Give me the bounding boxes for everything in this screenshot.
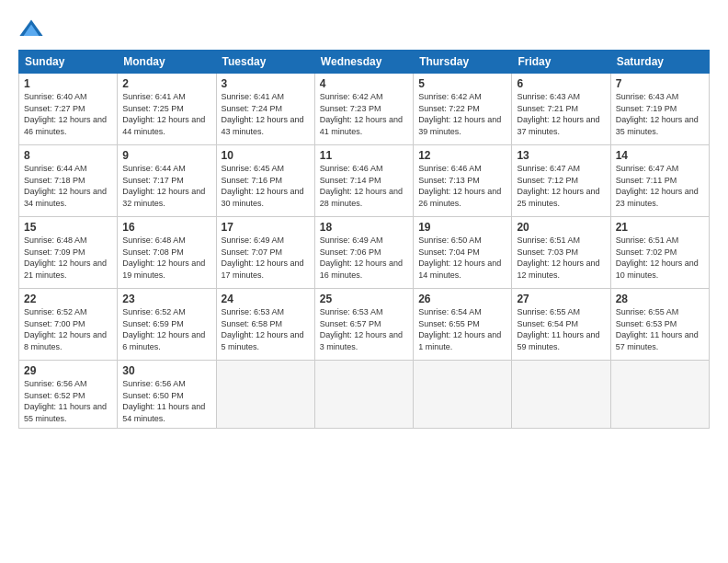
calendar-cell: 15Sunrise: 6:48 AMSunset: 7:09 PMDayligh…: [19, 217, 118, 289]
day-info: Sunrise: 6:43 AMSunset: 7:21 PMDaylight:…: [517, 91, 605, 137]
day-number: 18: [320, 221, 408, 234]
day-number: 27: [517, 293, 605, 305]
calendar-cell: 21Sunrise: 6:51 AMSunset: 7:02 PMDayligh…: [610, 217, 709, 289]
day-number: 1: [24, 77, 112, 90]
day-info: Sunrise: 6:46 AMSunset: 7:14 PMDaylight:…: [320, 163, 408, 209]
calendar-cell: 5Sunrise: 6:42 AMSunset: 7:22 PMDaylight…: [414, 74, 512, 145]
day-info: Sunrise: 6:42 AMSunset: 7:22 PMDaylight:…: [418, 91, 506, 137]
day-info: Sunrise: 6:52 AMSunset: 6:59 PMDaylight:…: [122, 306, 210, 352]
weekday-header: Friday: [512, 51, 610, 74]
calendar-cell: 18Sunrise: 6:49 AMSunset: 7:06 PMDayligh…: [314, 217, 413, 289]
calendar-cell: [414, 361, 512, 429]
day-number: 22: [24, 293, 112, 305]
calendar-cell: [216, 361, 314, 429]
calendar-cell: 22Sunrise: 6:52 AMSunset: 7:00 PMDayligh…: [19, 289, 118, 361]
day-number: 6: [517, 77, 605, 90]
day-info: Sunrise: 6:54 AMSunset: 6:55 PMDaylight:…: [418, 306, 506, 352]
day-info: Sunrise: 6:42 AMSunset: 7:23 PMDaylight:…: [320, 91, 408, 137]
day-number: 25: [320, 293, 408, 305]
day-number: 3: [222, 77, 310, 90]
logo-icon: [18, 17, 44, 42]
day-number: 29: [24, 364, 112, 377]
day-info: Sunrise: 6:51 AMSunset: 7:03 PMDaylight:…: [517, 235, 605, 281]
calendar-cell: 20Sunrise: 6:51 AMSunset: 7:03 PMDayligh…: [512, 217, 610, 289]
day-info: Sunrise: 6:48 AMSunset: 7:08 PMDaylight:…: [122, 235, 210, 281]
calendar-cell: 11Sunrise: 6:46 AMSunset: 7:14 PMDayligh…: [314, 145, 413, 217]
calendar-cell: 19Sunrise: 6:50 AMSunset: 7:04 PMDayligh…: [414, 217, 512, 289]
calendar-cell: 27Sunrise: 6:55 AMSunset: 6:54 PMDayligh…: [512, 289, 610, 361]
calendar-cell: 8Sunrise: 6:44 AMSunset: 7:18 PMDaylight…: [19, 145, 118, 217]
weekday-header: Thursday: [414, 51, 512, 74]
calendar-cell: 10Sunrise: 6:45 AMSunset: 7:16 PMDayligh…: [216, 145, 314, 217]
day-number: 11: [320, 149, 408, 162]
day-number: 13: [517, 149, 605, 162]
day-info: Sunrise: 6:52 AMSunset: 7:00 PMDaylight:…: [24, 306, 112, 352]
day-number: 16: [122, 221, 210, 234]
day-number: 14: [616, 149, 704, 162]
weekday-header: Wednesday: [314, 51, 413, 74]
day-info: Sunrise: 6:41 AMSunset: 7:24 PMDaylight:…: [222, 91, 310, 137]
calendar-cell: 24Sunrise: 6:53 AMSunset: 6:58 PMDayligh…: [216, 289, 314, 361]
logo: [18, 17, 48, 42]
day-number: 10: [222, 149, 310, 162]
calendar-cell: 25Sunrise: 6:53 AMSunset: 6:57 PMDayligh…: [314, 289, 413, 361]
day-info: Sunrise: 6:45 AMSunset: 7:16 PMDaylight:…: [222, 163, 310, 209]
day-number: 9: [122, 149, 210, 162]
calendar-cell: 4Sunrise: 6:42 AMSunset: 7:23 PMDaylight…: [314, 74, 413, 145]
calendar-cell: 1Sunrise: 6:40 AMSunset: 7:27 PMDaylight…: [19, 74, 118, 145]
day-info: Sunrise: 6:47 AMSunset: 7:12 PMDaylight:…: [517, 163, 605, 209]
day-info: Sunrise: 6:50 AMSunset: 7:04 PMDaylight:…: [418, 235, 506, 281]
page: SundayMondayTuesdayWednesdayThursdayFrid…: [0, 0, 728, 438]
weekday-header: Monday: [118, 51, 216, 74]
calendar-cell: 9Sunrise: 6:44 AMSunset: 7:17 PMDaylight…: [118, 145, 216, 217]
day-number: 8: [24, 149, 112, 162]
day-number: 5: [418, 77, 506, 90]
calendar-cell: 2Sunrise: 6:41 AMSunset: 7:25 PMDaylight…: [118, 74, 216, 145]
calendar-cell: 13Sunrise: 6:47 AMSunset: 7:12 PMDayligh…: [512, 145, 610, 217]
day-info: Sunrise: 6:55 AMSunset: 6:53 PMDaylight:…: [616, 306, 704, 352]
calendar-cell: 23Sunrise: 6:52 AMSunset: 6:59 PMDayligh…: [118, 289, 216, 361]
weekday-header: Tuesday: [216, 51, 314, 74]
calendar-table: SundayMondayTuesdayWednesdayThursdayFrid…: [18, 50, 710, 429]
day-info: Sunrise: 6:49 AMSunset: 7:07 PMDaylight:…: [222, 235, 310, 281]
day-info: Sunrise: 6:51 AMSunset: 7:02 PMDaylight:…: [616, 235, 704, 281]
day-info: Sunrise: 6:43 AMSunset: 7:19 PMDaylight:…: [616, 91, 704, 137]
day-info: Sunrise: 6:44 AMSunset: 7:18 PMDaylight:…: [24, 163, 112, 209]
day-number: 2: [122, 77, 210, 90]
day-info: Sunrise: 6:40 AMSunset: 7:27 PMDaylight:…: [24, 91, 112, 137]
day-number: 23: [122, 293, 210, 305]
calendar-cell: [610, 361, 709, 429]
day-info: Sunrise: 6:46 AMSunset: 7:13 PMDaylight:…: [418, 163, 506, 209]
calendar-cell: 7Sunrise: 6:43 AMSunset: 7:19 PMDaylight…: [610, 74, 709, 145]
day-number: 26: [418, 293, 506, 305]
day-number: 4: [320, 77, 408, 90]
calendar-cell: 17Sunrise: 6:49 AMSunset: 7:07 PMDayligh…: [216, 217, 314, 289]
day-info: Sunrise: 6:56 AMSunset: 6:52 PMDaylight:…: [24, 378, 112, 424]
day-number: 21: [616, 221, 704, 234]
day-number: 12: [418, 149, 506, 162]
calendar-cell: 16Sunrise: 6:48 AMSunset: 7:08 PMDayligh…: [118, 217, 216, 289]
header: [18, 17, 710, 42]
day-info: Sunrise: 6:48 AMSunset: 7:09 PMDaylight:…: [24, 235, 112, 281]
calendar-cell: 30Sunrise: 6:56 AMSunset: 6:50 PMDayligh…: [118, 361, 216, 429]
day-info: Sunrise: 6:53 AMSunset: 6:58 PMDaylight:…: [222, 306, 310, 352]
day-number: 15: [24, 221, 112, 234]
day-info: Sunrise: 6:53 AMSunset: 6:57 PMDaylight:…: [320, 306, 408, 352]
weekday-header: Saturday: [610, 51, 709, 74]
day-number: 7: [616, 77, 704, 90]
day-info: Sunrise: 6:47 AMSunset: 7:11 PMDaylight:…: [616, 163, 704, 209]
weekday-header: Sunday: [19, 51, 118, 74]
calendar-cell: [512, 361, 610, 429]
calendar-header-row: SundayMondayTuesdayWednesdayThursdayFrid…: [19, 51, 710, 74]
calendar-cell: [314, 361, 413, 429]
day-number: 20: [517, 221, 605, 234]
calendar-cell: 3Sunrise: 6:41 AMSunset: 7:24 PMDaylight…: [216, 74, 314, 145]
day-number: 17: [222, 221, 310, 234]
calendar-cell: 12Sunrise: 6:46 AMSunset: 7:13 PMDayligh…: [414, 145, 512, 217]
calendar-cell: 14Sunrise: 6:47 AMSunset: 7:11 PMDayligh…: [610, 145, 709, 217]
day-number: 30: [122, 364, 210, 377]
day-info: Sunrise: 6:49 AMSunset: 7:06 PMDaylight:…: [320, 235, 408, 281]
calendar-cell: 29Sunrise: 6:56 AMSunset: 6:52 PMDayligh…: [19, 361, 118, 429]
calendar-cell: 26Sunrise: 6:54 AMSunset: 6:55 PMDayligh…: [414, 289, 512, 361]
day-info: Sunrise: 6:41 AMSunset: 7:25 PMDaylight:…: [122, 91, 210, 137]
